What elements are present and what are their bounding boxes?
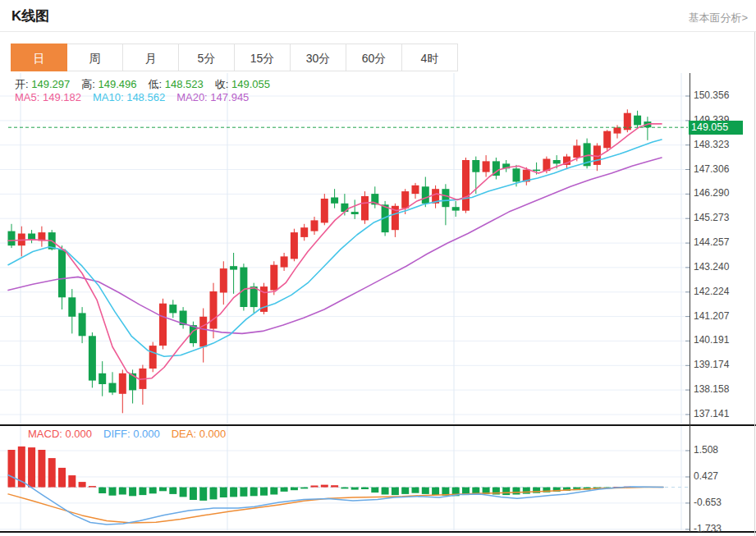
legend-item: MA20: 147.945	[176, 91, 249, 103]
tab-5min[interactable]: 5分	[178, 44, 235, 71]
macd-histogram	[8, 447, 642, 501]
legend-item: MA5: 149.182	[15, 91, 81, 103]
tab-30min[interactable]: 30分	[290, 44, 346, 71]
macd-row: MACD: 0.000DIFF: 0.000DEA: 0.000	[28, 428, 237, 440]
price-axis-label: 148.323	[694, 139, 729, 150]
tab-4hour[interactable]: 4时	[401, 44, 458, 71]
tab-60min[interactable]: 60分	[346, 44, 402, 71]
legend-item: MA10: 148.562	[93, 91, 165, 103]
tab-15min[interactable]: 15分	[234, 44, 291, 71]
price-axis-label: 150.356	[694, 89, 729, 101]
legend-item: 开: 149.297	[15, 78, 70, 90]
grid-layer	[0, 73, 690, 530]
price-axis-label: 141.207	[694, 310, 729, 322]
legend-item: DEA: 0.000	[172, 428, 227, 440]
price-axis-label: 140.191	[694, 334, 729, 346]
macd-axis-label: -1.733	[694, 523, 722, 534]
macd-axis-label: 1.508	[694, 444, 718, 456]
legend-item: MACD: 0.000	[28, 428, 92, 440]
ma-row: MA5: 149.182MA10: 148.562MA20: 147.945	[15, 91, 260, 103]
legend-item: 收: 149.055	[215, 78, 270, 90]
legend-item: 低: 148.523	[148, 78, 203, 90]
price-axis-label: 147.306	[694, 163, 729, 175]
tab-week[interactable]: 周	[66, 44, 123, 71]
price-axis-label: 138.158	[694, 383, 729, 395]
price-axis-label: 146.290	[694, 187, 729, 199]
price-axis-label: 137.141	[694, 408, 729, 419]
price-axis-label: 144.257	[694, 236, 729, 248]
price-axis-label: 139.174	[694, 359, 729, 370]
ma10-line	[8, 140, 662, 356]
dea-line	[8, 488, 663, 524]
ma20-line	[8, 158, 662, 333]
price-axis-label: 143.240	[694, 261, 729, 273]
tab-day[interactable]: 日	[11, 44, 67, 71]
current-price-badge: 149.055	[689, 121, 743, 135]
price-axis-label: 145.273	[694, 212, 729, 223]
macd-axis-label: -0.653	[694, 497, 722, 508]
tab-month[interactable]: 月	[122, 44, 179, 71]
diff-line	[8, 475, 663, 525]
price-axis-label: 142.224	[694, 286, 729, 297]
legend-item: DIFF: 0.000	[103, 428, 160, 440]
period-tabs: 日周月5分15分30分60分4时	[11, 44, 458, 71]
macd-axis-label: 0.427	[694, 470, 718, 482]
kline-widget: K线图 基本面分析> 日周月5分15分30分60分4时 开: 149.297高:…	[0, 0, 756, 536]
ohlc-row: 开: 149.297高: 149.496低: 148.523收: 149.055	[15, 77, 282, 92]
legend-item: 高: 149.496	[81, 78, 136, 90]
frame-layer	[0, 32, 756, 536]
